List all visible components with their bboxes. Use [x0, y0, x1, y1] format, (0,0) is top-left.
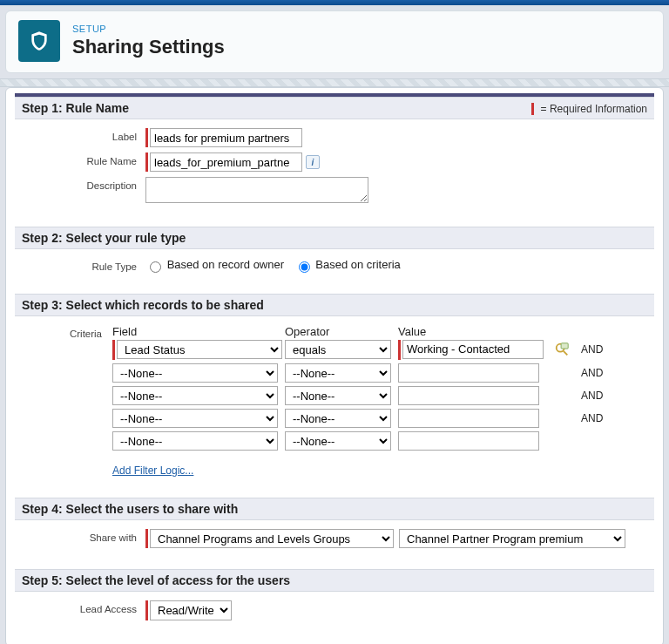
share-with-label: Share with	[24, 529, 145, 543]
rule-type-criteria-radio[interactable]	[299, 261, 310, 273]
step2-title: Step 2: Select your rule type	[22, 231, 186, 245]
step1-header: Step 1: Rule Name = Required Information	[15, 97, 654, 119]
description-input-wrap	[145, 177, 368, 206]
rule-type-owner-radio[interactable]	[150, 261, 161, 273]
row-rule-type: Rule Type Based on record owner Based on…	[24, 258, 645, 273]
criteria-and-label: AND	[578, 363, 618, 383]
criteria-operator-select[interactable]: equals	[285, 340, 391, 359]
lead-access-label: Lead Access	[24, 600, 145, 614]
criteria-value-input[interactable]	[398, 409, 539, 428]
step1-title: Step 1: Rule Name	[22, 101, 129, 115]
criteria-label: Criteria	[24, 325, 111, 339]
criteria-row: --None----None--AND	[112, 363, 618, 383]
header-texts: SETUP Sharing Settings	[72, 24, 225, 58]
criteria-field-select[interactable]: --None--	[112, 386, 278, 405]
step4-body: Share with Channel Programs and Levels G…	[15, 520, 654, 569]
description-textarea[interactable]	[145, 177, 368, 203]
criteria-value-input[interactable]	[398, 363, 539, 383]
page-header-card: SETUP Sharing Settings	[5, 10, 664, 73]
criteria-header-actions	[546, 325, 578, 338]
lead-access-select[interactable]: Read/Write	[150, 600, 232, 620]
step2-header: Step 2: Select your rule type	[15, 227, 654, 249]
step4-title: Step 4: Select the users to share with	[22, 502, 238, 516]
setup-label: SETUP	[72, 24, 225, 34]
criteria-operator-select[interactable]: --None--	[285, 386, 391, 405]
step2-body: Rule Type Based on record owner Based on…	[15, 249, 654, 294]
criteria-and-label: AND	[578, 340, 618, 360]
rule-name-label: Rule Name	[24, 153, 145, 166]
criteria-header-and	[578, 325, 618, 338]
rule-type-options: Based on record owner Based on criteria	[145, 258, 408, 273]
share-with-value-select[interactable]: Channel Partner Program premium	[399, 529, 625, 548]
step4-header: Step 4: Select the users to share with	[15, 498, 654, 520]
shield-icon	[18, 20, 60, 62]
criteria-value-input[interactable]	[398, 386, 539, 405]
row-rule-name: Rule Name i	[24, 153, 645, 172]
step5-header: Step 5: Select the level of access for t…	[15, 569, 654, 592]
criteria-header-field: Field	[112, 325, 285, 338]
criteria-field-select[interactable]: --None--	[112, 363, 278, 383]
criteria-row: Lead StatusequalsAND	[112, 340, 618, 360]
step5-title: Step 5: Select the level of access for t…	[22, 573, 290, 587]
step3-title: Step 3: Select which records to be share…	[22, 298, 264, 312]
row-lead-access: Lead Access Read/Write	[24, 600, 645, 620]
share-with-category-select[interactable]: Channel Programs and Levels Groups	[150, 529, 394, 548]
row-description: Description	[24, 177, 645, 206]
criteria-value-input[interactable]	[398, 431, 539, 451]
row-criteria: Criteria Field Operator Value Lead Statu…	[24, 325, 645, 477]
rule-type-owner-option[interactable]: Based on record owner	[145, 258, 287, 271]
criteria-field-select[interactable]: Lead Status	[117, 340, 282, 359]
criteria-row: --None----None--AND	[112, 386, 618, 405]
rule-type-criteria-label: Based on criteria	[315, 258, 401, 271]
criteria-header-operator: Operator	[285, 325, 398, 338]
svg-line-1	[564, 351, 568, 356]
criteria-operator-select[interactable]: --None--	[285, 409, 391, 428]
add-filter-logic-link[interactable]: Add Filter Logic...	[112, 464, 193, 477]
rule-name-input-wrap: i	[145, 153, 320, 172]
step5-body: Lead Access Read/Write	[15, 592, 654, 634]
criteria-value-input[interactable]	[402, 340, 544, 359]
page-title: Sharing Settings	[72, 36, 225, 58]
required-marker-icon	[531, 103, 534, 115]
rule-name-input[interactable]	[150, 153, 302, 172]
step3-body: Criteria Field Operator Value Lead Statu…	[15, 316, 654, 498]
description-label: Description	[24, 177, 145, 191]
criteria-field-select[interactable]: --None--	[112, 431, 278, 451]
share-with-input-wrap: Channel Programs and Levels Groups Chann…	[145, 529, 631, 548]
row-share-with: Share with Channel Programs and Levels G…	[24, 529, 645, 548]
lookup-icon[interactable]	[554, 342, 570, 357]
scroll-area[interactable]: Step 1: Rule Name = Required Information…	[10, 93, 659, 634]
row-label: Label	[24, 128, 645, 147]
criteria-header-value: Value	[398, 325, 546, 338]
info-icon[interactable]: i	[306, 155, 320, 169]
app-root: SETUP Sharing Settings Step 1: Rule Name…	[0, 0, 669, 644]
step1-body: Label Rule Name i Description	[15, 119, 654, 227]
decorative-strip	[0, 78, 669, 87]
criteria-table: Field Operator Value Lead StatusequalsAN…	[112, 325, 618, 477]
label-input[interactable]	[150, 128, 302, 147]
content-panel: Step 1: Rule Name = Required Information…	[5, 87, 664, 644]
criteria-field-select[interactable]: --None--	[112, 409, 278, 428]
top-accent-bar	[0, 0, 669, 5]
required-text: = Required Information	[541, 103, 647, 115]
rule-type-criteria-option[interactable]: Based on criteria	[294, 258, 401, 271]
criteria-and-label: AND	[578, 409, 618, 428]
lead-access-input-wrap: Read/Write	[145, 600, 232, 620]
rule-type-label: Rule Type	[24, 258, 145, 272]
criteria-and-label: AND	[578, 386, 618, 405]
criteria-thead: Field Operator Value	[112, 325, 618, 340]
criteria-operator-select[interactable]: --None--	[285, 431, 391, 451]
criteria-and-label	[578, 431, 618, 451]
criteria-row: --None----None--	[112, 431, 618, 451]
label-input-wrap	[145, 128, 302, 147]
required-hint: = Required Information	[531, 101, 647, 115]
rule-type-owner-label: Based on record owner	[167, 258, 284, 271]
step3-header: Step 3: Select which records to be share…	[15, 294, 654, 316]
criteria-row: --None----None--AND	[112, 409, 618, 428]
svg-rect-2	[561, 343, 568, 349]
label-label: Label	[24, 128, 145, 142]
criteria-operator-select[interactable]: --None--	[285, 363, 391, 383]
